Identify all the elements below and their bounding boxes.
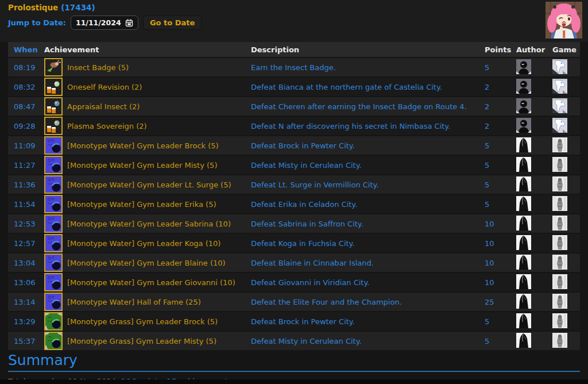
user-avatar[interactable]: [546, 2, 582, 39]
achievement-badge-icon[interactable]: [44, 156, 63, 174]
achievement-link[interactable]: [Monotype Water] Gym Leader Misty (5): [67, 161, 217, 170]
game-icon[interactable]: [552, 157, 567, 172]
achievement-time: 13:14: [8, 298, 44, 306]
achievement-badge-icon[interactable]: [44, 312, 63, 331]
author-avatar[interactable]: [516, 118, 531, 133]
achievement-link[interactable]: [Monotype Grass] Gym Leader Misty (5): [67, 337, 216, 345]
game-icon[interactable]: [552, 333, 567, 348]
summary-title: Summary: [8, 352, 580, 369]
achievement-points: 25: [485, 298, 516, 306]
game-icon[interactable]: [552, 118, 567, 133]
game-icon[interactable]: [552, 137, 567, 152]
table-row: 13:14[Monotype Water] Hall of Fame (25)D…: [8, 293, 580, 311]
achievement-description: Defeat Giovanni in Viridian City.: [251, 278, 485, 287]
table-row: 08:47Appraisal Insect (2)Defeat Cheren a…: [8, 97, 580, 116]
game-icon[interactable]: [552, 79, 567, 94]
achievement-badge-icon[interactable]: [44, 234, 63, 252]
achievement-badge-icon[interactable]: [44, 332, 63, 350]
achievement-link[interactable]: [Monotype Grass] Gym Leader Brock (5): [67, 317, 218, 326]
achievement-link[interactable]: [Monotype Water] Gym Leader Sabrina (10): [67, 220, 231, 228]
achievement-link[interactable]: [Monotype Water] Gym Leader Blaine (10): [67, 259, 226, 267]
author-avatar[interactable]: [516, 176, 531, 191]
achievement-points: 5: [485, 337, 516, 345]
achievement-link[interactable]: [Monotype Water] Gym Leader Koga (10): [67, 239, 220, 248]
username-link[interactable]: Prolostique: [8, 3, 58, 12]
achievement-link[interactable]: [Monotype Water] Gym Leader Erika (5): [67, 200, 216, 209]
achievement-link[interactable]: [Monotype Water] Hall of Fame (25): [67, 298, 201, 306]
author-avatar[interactable]: [516, 157, 531, 172]
achievement-link[interactable]: Plasma Sovereign (2): [67, 122, 147, 130]
table-header-row: When Achievement Description Points Auth…: [8, 42, 580, 57]
achievement-badge-icon[interactable]: [44, 175, 63, 194]
author-avatar[interactable]: [516, 333, 531, 348]
game-icon[interactable]: [552, 255, 567, 270]
author-avatar[interactable]: [516, 98, 531, 113]
achievement-time: 13:29: [8, 317, 44, 326]
achievement-points: 5: [485, 317, 516, 326]
achievement-description: Defeat the Elite Four and the Champion.: [251, 298, 485, 306]
achievement-badge-icon[interactable]: [44, 136, 63, 155]
game-icon[interactable]: [552, 196, 567, 211]
game-icon[interactable]: [552, 98, 567, 113]
achievement-points: 2: [485, 83, 516, 91]
achievement-link[interactable]: [Monotype Water] Gym Leader Lt. Surge (5…: [67, 181, 231, 189]
game-icon[interactable]: [552, 176, 567, 191]
achievement-badge-icon[interactable]: [44, 97, 63, 116]
achievement-link[interactable]: [Monotype Water] Gym Leader Giovanni (10…: [67, 278, 235, 287]
achievement-badge-icon[interactable]: [44, 58, 63, 76]
column-header-description: Description: [251, 45, 485, 54]
achievement-link[interactable]: Oneself Revision (2): [67, 83, 142, 91]
achievement-points: 5: [485, 63, 516, 72]
achievement-description: Defeat Bianca at the northern gate of Ca…: [251, 83, 485, 91]
achievement-badge-icon[interactable]: [44, 293, 63, 311]
achievement-time: 11:54: [8, 200, 44, 209]
go-to-date-button[interactable]: Go to Date: [143, 16, 202, 30]
achievement-time: 09:28: [8, 122, 44, 130]
achievement-link[interactable]: Insect Badge (5): [67, 63, 129, 72]
achievement-description: Defeat Misty in Cerulean City.: [251, 161, 485, 170]
date-value: 11/11/2024: [76, 18, 121, 27]
achievements-table-body: 08:19Insect Badge (5)Earn the Insect Bad…: [8, 58, 580, 350]
game-icon[interactable]: [552, 274, 567, 289]
table-row: 12:53[Monotype Water] Gym Leader Sabrina…: [8, 214, 580, 233]
table-row: 13:04[Monotype Water] Gym Leader Blaine …: [8, 254, 580, 272]
achievement-badge-icon[interactable]: [44, 117, 63, 135]
achievement-time: 11:09: [8, 141, 44, 150]
author-avatar[interactable]: [516, 235, 531, 250]
author-avatar[interactable]: [516, 255, 531, 270]
achievement-time: 15:37: [8, 337, 44, 345]
achievement-time: 08:32: [8, 83, 44, 91]
game-icon[interactable]: [552, 216, 567, 231]
achievement-badge-icon[interactable]: [44, 78, 63, 96]
game-icon[interactable]: [552, 59, 567, 74]
achievement-time: 12:53: [8, 220, 44, 228]
achievement-badge-icon[interactable]: [44, 195, 63, 213]
achievement-badge-icon[interactable]: [44, 214, 63, 233]
achievement-time: 11:27: [8, 161, 44, 170]
column-header-when: When: [8, 45, 44, 54]
game-icon[interactable]: [552, 235, 567, 250]
calendar-icon[interactable]: [125, 19, 133, 27]
author-avatar[interactable]: [516, 196, 531, 211]
author-avatar[interactable]: [516, 59, 531, 74]
achievement-points: 10: [485, 220, 516, 228]
author-avatar[interactable]: [516, 216, 531, 231]
user-points: (17434): [61, 3, 95, 12]
achievement-badge-icon[interactable]: [44, 254, 63, 272]
achievement-badge-icon[interactable]: [44, 273, 63, 291]
game-icon[interactable]: [552, 313, 567, 328]
author-avatar[interactable]: [516, 294, 531, 309]
date-input[interactable]: 11/11/2024: [71, 16, 138, 30]
achievement-link[interactable]: [Monotype Water] Gym Leader Brock (5): [67, 141, 219, 150]
author-avatar[interactable]: [516, 274, 531, 289]
achievement-points: 10: [485, 259, 516, 267]
author-avatar[interactable]: [516, 137, 531, 152]
table-row: 08:19Insect Badge (5)Earn the Insect Bad…: [8, 58, 580, 76]
author-avatar[interactable]: [516, 79, 531, 94]
achievement-link[interactable]: Appraisal Insect (2): [67, 102, 140, 111]
table-row: 09:28Plasma Sovereign (2)Defeat N after …: [8, 117, 580, 135]
game-icon[interactable]: [552, 294, 567, 309]
author-avatar[interactable]: [516, 313, 531, 328]
column-header-points: Points: [485, 45, 516, 54]
achievement-points: 5: [485, 161, 516, 170]
